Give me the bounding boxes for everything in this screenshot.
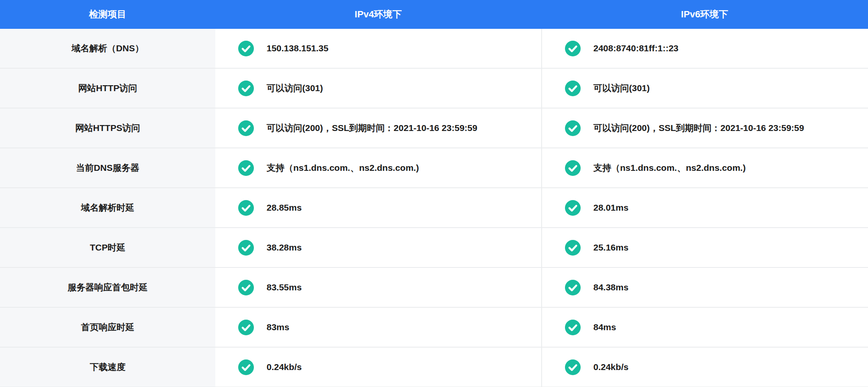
check-circle-icon [565, 320, 581, 335]
ipv6-result-value: 支持（ns1.dns.com.、ns2.dns.com.) [593, 162, 746, 174]
detect-item-cell: 网站HTTP访问 [0, 69, 215, 108]
ipv6-result-value: 2408:8740:81ff:1::23 [593, 43, 679, 53]
detect-item-cell: 网站HTTPS访问 [0, 109, 215, 148]
ipv6-result-value: 84.38ms [593, 282, 629, 292]
ipv4-result-value: 38.28ms [267, 242, 302, 253]
ipv6-result-cell: 支持（ns1.dns.com.、ns2.dns.com.) [541, 148, 868, 187]
ipv6-result-cell: 28.01ms [541, 188, 868, 227]
detect-item-cell: 域名解析（DNS） [0, 29, 215, 68]
ipv6-result-cell: 84ms [541, 308, 868, 347]
ipv4-result-cell: 150.138.151.35 [215, 29, 541, 68]
ipv6-result-value: 可以访问(301) [593, 82, 650, 94]
ip-detection-result-table: 检测项目 IPv4环境下 IPv6环境下 域名解析（DNS） 150.138.1… [0, 0, 868, 387]
detect-item-cell: 下载速度 [0, 348, 215, 387]
ipv4-result-cell: 支持（ns1.dns.com.、ns2.dns.com.) [215, 148, 541, 187]
ipv6-result-cell: 25.16ms [541, 228, 868, 267]
table-row: 服务器响应首包时延 83.55ms 84.38ms [0, 268, 868, 308]
detect-item-cell: TCP时延 [0, 228, 215, 267]
check-circle-icon [565, 240, 581, 256]
ipv6-result-value: 28.01ms [593, 203, 629, 213]
check-circle-icon [238, 160, 254, 176]
table-body: 域名解析（DNS） 150.138.151.35 2408:8740:81ff:… [0, 29, 868, 387]
check-circle-icon [565, 200, 581, 216]
detect-item-label: TCP时延 [90, 242, 125, 253]
check-circle-icon [565, 160, 581, 176]
ipv4-result-value: 83ms [267, 322, 289, 332]
header-cell-ipv6-env: IPv6环境下 [541, 0, 868, 29]
ipv4-result-value: 可以访问(301) [267, 82, 323, 94]
ipv4-result-value: 150.138.151.35 [267, 43, 328, 53]
detect-item-label: 网站HTTP访问 [78, 82, 137, 94]
check-circle-icon [565, 359, 581, 375]
check-circle-icon [238, 41, 254, 56]
check-circle-icon [565, 120, 581, 136]
header-label-ipv4-env: IPv4环境下 [355, 8, 402, 21]
table-row: TCP时延 38.28ms 25.16ms [0, 228, 868, 268]
ipv4-result-cell: 0.24kb/s [215, 348, 541, 387]
check-circle-icon [238, 359, 254, 375]
header-cell-ipv4-env: IPv4环境下 [215, 0, 541, 29]
table-row: 下载速度 0.24kb/s 0.24kb/s [0, 348, 868, 387]
ipv6-result-value: 25.16ms [593, 242, 629, 253]
table-row: 网站HTTP访问 可以访问(301) 可以访问(301) [0, 69, 868, 109]
ipv6-result-cell: 可以访问(301) [541, 69, 868, 108]
ipv4-result-cell: 38.28ms [215, 228, 541, 267]
ipv6-result-cell: 0.24kb/s [541, 348, 868, 387]
ipv4-result-value: 28.85ms [267, 203, 302, 213]
detect-item-cell: 首页响应时延 [0, 308, 215, 347]
ipv4-result-cell: 83.55ms [215, 268, 541, 307]
table-row: 域名解析时延 28.85ms 28.01ms [0, 188, 868, 228]
header-label-detect-item: 检测项目 [89, 8, 126, 21]
check-circle-icon [238, 320, 254, 335]
ipv4-result-value: 支持（ns1.dns.com.、ns2.dns.com.) [267, 162, 419, 174]
ipv4-result-cell: 83ms [215, 308, 541, 347]
detect-item-cell: 当前DNS服务器 [0, 148, 215, 187]
detect-item-label: 首页响应时延 [81, 321, 134, 333]
ipv6-result-value: 84ms [593, 322, 616, 332]
detect-item-label: 下载速度 [90, 361, 125, 373]
ipv6-result-cell: 84.38ms [541, 268, 868, 307]
ipv6-result-value: 0.24kb/s [593, 362, 629, 372]
check-circle-icon [565, 81, 581, 96]
ipv4-result-value: 可以访问(200)，SSL到期时间：2021-10-16 23:59:59 [267, 122, 477, 134]
ipv4-result-cell: 可以访问(301) [215, 69, 541, 108]
detect-item-label: 域名解析（DNS） [72, 42, 144, 54]
check-circle-icon [238, 240, 254, 256]
ipv6-result-cell: 可以访问(200)，SSL到期时间：2021-10-16 23:59:59 [541, 109, 868, 148]
ipv4-result-value: 0.24kb/s [267, 362, 302, 372]
table-header-row: 检测项目 IPv4环境下 IPv6环境下 [0, 0, 868, 29]
ipv6-result-value: 可以访问(200)，SSL到期时间：2021-10-16 23:59:59 [593, 122, 804, 134]
ipv4-result-cell: 可以访问(200)，SSL到期时间：2021-10-16 23:59:59 [215, 109, 541, 148]
ipv4-result-value: 83.55ms [267, 282, 302, 292]
detect-item-label: 当前DNS服务器 [76, 162, 139, 174]
detect-item-cell: 域名解析时延 [0, 188, 215, 227]
table-row: 当前DNS服务器 支持（ns1.dns.com.、ns2.dns.com.) 支… [0, 148, 868, 188]
detect-item-cell: 服务器响应首包时延 [0, 268, 215, 307]
detect-item-label: 服务器响应首包时延 [68, 281, 148, 293]
header-label-ipv6-env: IPv6环境下 [681, 8, 728, 21]
check-circle-icon [238, 120, 254, 136]
ipv4-result-cell: 28.85ms [215, 188, 541, 227]
table-row: 首页响应时延 83ms 84ms [0, 308, 868, 348]
detect-item-label: 域名解析时延 [81, 202, 134, 214]
table-row: 域名解析（DNS） 150.138.151.35 2408:8740:81ff:… [0, 29, 868, 69]
check-circle-icon [565, 280, 581, 295]
detect-item-label: 网站HTTPS访问 [75, 122, 140, 134]
ipv6-result-cell: 2408:8740:81ff:1::23 [541, 29, 868, 68]
header-cell-detect-item: 检测项目 [0, 0, 215, 29]
check-circle-icon [565, 41, 581, 56]
table-row: 网站HTTPS访问 可以访问(200)，SSL到期时间：2021-10-16 2… [0, 109, 868, 148]
check-circle-icon [238, 81, 254, 96]
check-circle-icon [238, 280, 254, 295]
check-circle-icon [238, 200, 254, 216]
